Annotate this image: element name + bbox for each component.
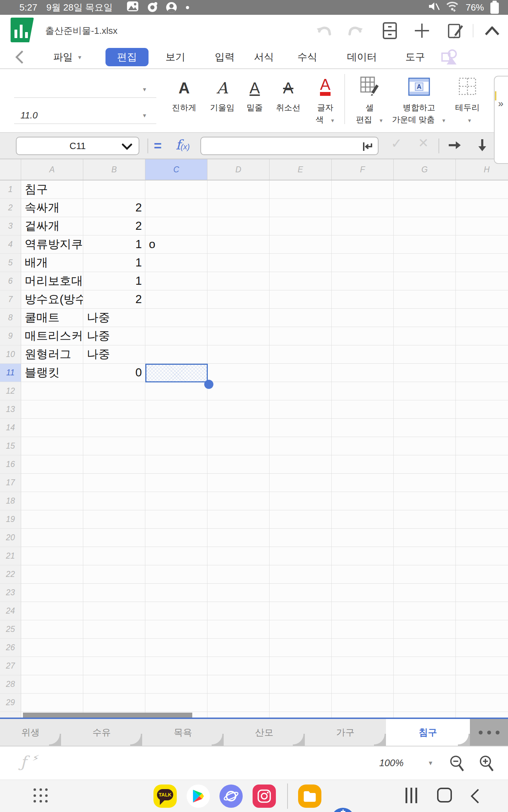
row-header-1[interactable]: 1: [0, 180, 21, 199]
cell-D29[interactable]: [207, 694, 270, 712]
cell-D10[interactable]: [207, 345, 270, 364]
cell-F6[interactable]: [332, 272, 394, 290]
cell-G5[interactable]: [394, 254, 456, 272]
cell-F13[interactable]: [332, 400, 394, 419]
cell-E26[interactable]: [270, 639, 332, 657]
cell-A28[interactable]: [21, 675, 83, 694]
menu-view[interactable]: 보기: [165, 46, 185, 68]
cell-B20[interactable]: [83, 529, 145, 547]
row-header-19[interactable]: 19: [0, 510, 21, 529]
cell-E29[interactable]: [270, 694, 332, 712]
cell-A3[interactable]: 겉싸개: [21, 217, 83, 235]
cell-A4[interactable]: 역류방지쿠: [21, 235, 83, 254]
cell-E11[interactable]: [270, 364, 332, 382]
cell-B19[interactable]: [83, 510, 145, 529]
cell-F10[interactable]: [332, 345, 394, 364]
cell-F30[interactable]: [332, 712, 394, 718]
app-drawer-icon[interactable]: [34, 788, 49, 804]
cell-C18[interactable]: [145, 492, 207, 510]
cell-A29[interactable]: [21, 694, 83, 712]
cell-E25[interactable]: [270, 620, 332, 639]
cell-D14[interactable]: [207, 419, 270, 437]
cell-F25[interactable]: [332, 620, 394, 639]
row-header-16[interactable]: 16: [0, 455, 21, 474]
cell-F23[interactable]: [332, 584, 394, 602]
undo-icon[interactable]: [316, 23, 332, 39]
cell-B13[interactable]: [83, 400, 145, 419]
menu-edit-selected[interactable]: 편집: [105, 48, 149, 66]
cell-B24[interactable]: [83, 602, 145, 620]
cell-B22[interactable]: [83, 565, 145, 584]
cell-A8[interactable]: 쿨매트: [21, 309, 83, 327]
cell-B9[interactable]: 나중: [83, 327, 145, 345]
cell-F28[interactable]: [332, 675, 394, 694]
cell-C7[interactable]: [145, 290, 207, 309]
cell-C26[interactable]: [145, 639, 207, 657]
cell-G22[interactable]: [394, 565, 456, 584]
cell-A7[interactable]: 방수요(방수: [21, 290, 83, 309]
cell-F17[interactable]: [332, 474, 394, 492]
cell-B27[interactable]: [83, 657, 145, 675]
cell-F27[interactable]: [332, 657, 394, 675]
cell-D26[interactable]: [207, 639, 270, 657]
row-header-10[interactable]: 10: [0, 345, 21, 364]
row-header-17[interactable]: 17: [0, 474, 21, 492]
cell-F12[interactable]: [332, 382, 394, 400]
cell-G9[interactable]: [394, 327, 456, 345]
sheet-tab-sanmo[interactable]: 산모: [224, 719, 305, 746]
cell-E20[interactable]: [270, 529, 332, 547]
cell-name-box[interactable]: C11: [16, 137, 139, 155]
save-icon[interactable]: [382, 23, 398, 39]
cell-B8[interactable]: 나중: [83, 309, 145, 327]
cell-E28[interactable]: [270, 675, 332, 694]
recents-button[interactable]: [406, 788, 417, 803]
cell-H7[interactable]: [456, 290, 508, 309]
cell-D16[interactable]: [207, 455, 270, 474]
col-header-C[interactable]: C: [145, 159, 207, 180]
cell-H11[interactable]: [456, 364, 508, 382]
zoom-out-icon[interactable]: [449, 755, 465, 773]
cell-H16[interactable]: [456, 455, 508, 474]
cell-E16[interactable]: [270, 455, 332, 474]
cell-C13[interactable]: [145, 400, 207, 419]
cell-H15[interactable]: [456, 437, 508, 455]
sheet-tab-chimgu-selected[interactable]: 침구: [386, 719, 470, 746]
cell-A15[interactable]: [21, 437, 83, 455]
col-header-G[interactable]: G: [394, 159, 456, 180]
cell-G7[interactable]: [394, 290, 456, 309]
cell-A12[interactable]: [21, 382, 83, 400]
cell-D17[interactable]: [207, 474, 270, 492]
cell-G13[interactable]: [394, 400, 456, 419]
cell-F20[interactable]: [332, 529, 394, 547]
enter-icon[interactable]: [362, 141, 374, 153]
cell-A22[interactable]: [21, 565, 83, 584]
row-header-3[interactable]: 3: [0, 217, 21, 235]
cell-D11[interactable]: [207, 364, 270, 382]
row-header-25[interactable]: 25: [0, 620, 21, 639]
cell-E12[interactable]: [270, 382, 332, 400]
cell-F24[interactable]: [332, 602, 394, 620]
cell-C10[interactable]: [145, 345, 207, 364]
cell-H24[interactable]: [456, 602, 508, 620]
row-header-22[interactable]: 22: [0, 565, 21, 584]
menu-format[interactable]: 서식: [254, 46, 274, 68]
cell-B25[interactable]: [83, 620, 145, 639]
cell-D7[interactable]: [207, 290, 270, 309]
cell-G26[interactable]: [394, 639, 456, 657]
row-header-26[interactable]: 26: [0, 639, 21, 657]
font-size-select[interactable]: 11.0▼: [14, 107, 156, 124]
cell-A2[interactable]: 속싸개: [21, 199, 83, 217]
cell-F4[interactable]: [332, 235, 394, 254]
sheet-tab-wisaeng[interactable]: 위생: [0, 719, 61, 746]
cell-D21[interactable]: [207, 547, 270, 565]
menu-insert[interactable]: 입력: [215, 46, 235, 68]
cell-H30[interactable]: [456, 712, 508, 718]
cell-D30[interactable]: [207, 712, 270, 718]
cell-H29[interactable]: [456, 694, 508, 712]
menu-file[interactable]: 파일▼: [53, 46, 83, 68]
cell-D1[interactable]: [207, 180, 270, 199]
cell-F2[interactable]: [332, 199, 394, 217]
cell-H12[interactable]: [456, 382, 508, 400]
cell-A19[interactable]: [21, 510, 83, 529]
cell-E23[interactable]: [270, 584, 332, 602]
